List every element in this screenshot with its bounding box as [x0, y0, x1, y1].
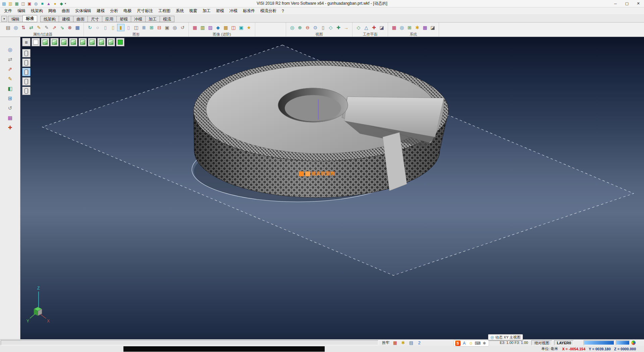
left-tool-icon[interactable]: ✎ — [6, 75, 14, 83]
menu-item[interactable]: 工程图 — [156, 8, 173, 14]
globe-icon[interactable] — [631, 341, 636, 345]
ribbon-tool-icon[interactable]: ◆ — [214, 24, 222, 31]
module-tab[interactable]: 塑模 — [116, 16, 131, 22]
ribbon-tool-icon[interactable]: ○ — [94, 24, 101, 31]
snap-lock-label[interactable]: 拴牢 — [380, 340, 391, 345]
status-tool-icon[interactable]: ▦ — [391, 340, 399, 345]
ribbon-tool-icon[interactable]: ✚ — [370, 24, 378, 31]
ribbon-tool-icon[interactable]: △ — [363, 24, 370, 31]
view-preset-button[interactable] — [22, 38, 31, 46]
module-tab[interactable]: 尺寸 — [88, 16, 102, 22]
ribbon-tool-icon[interactable]: ★ — [245, 24, 253, 31]
ime-toolbar-icon[interactable]: ✱ — [481, 341, 487, 346]
view-preset-button[interactable] — [116, 38, 124, 46]
status-tool-icon[interactable]: ▤ — [407, 340, 415, 345]
ribbon-tool-icon[interactable]: ◎ — [398, 24, 406, 31]
ribbon-tool-icon[interactable]: ▯ — [319, 24, 327, 31]
left-tool-icon[interactable]: ⊞ — [6, 94, 14, 102]
ribbon-tool-icon[interactable]: ◇ — [355, 24, 362, 31]
left-tool-icon[interactable]: ◎ — [6, 46, 14, 54]
ribbon-tool-icon[interactable]: ↺ — [179, 24, 186, 31]
status-tool-icon[interactable]: ✱ — [399, 340, 407, 345]
ribbon-tool-icon[interactable]: ▩ — [222, 24, 229, 31]
left-tool-icon[interactable]: ✚ — [6, 124, 14, 132]
ribbon-tool-icon[interactable]: ◫ — [230, 24, 237, 31]
ribbon-tool-icon[interactable]: ▣ — [237, 24, 245, 31]
maximize-button[interactable]: ▢ — [621, 0, 633, 7]
left-tool-icon[interactable]: ⇗ — [6, 65, 14, 73]
ribbon-tool-icon[interactable]: ⇘ — [58, 24, 66, 31]
view-preset-button[interactable] — [107, 38, 115, 46]
ribbon-tool-icon[interactable]: ▦ — [390, 24, 398, 31]
menu-item[interactable]: 文件 — [1, 8, 15, 14]
ribbon-tool-icon[interactable]: ↻ — [86, 24, 94, 31]
status-tool-icon[interactable]: 2 — [415, 340, 423, 345]
view-preset-button[interactable] — [88, 38, 96, 46]
ime-toolbar-icon[interactable]: S — [455, 341, 461, 346]
ime-toolbar-icon[interactable]: A — [461, 341, 467, 346]
menu-item[interactable]: 网格 — [46, 8, 59, 14]
ribbon-tool-icon[interactable]: ⇗ — [51, 24, 58, 31]
view-preset-button[interactable] — [41, 38, 49, 46]
ribbon-tool-icon[interactable]: ⊙ — [312, 24, 319, 31]
left-tool-icon[interactable]: ▦ — [6, 114, 14, 122]
menu-item[interactable]: 冲模 — [227, 8, 240, 14]
ribbon-tool-icon[interactable]: ⇅ — [20, 24, 27, 31]
ribbon-tool-icon[interactable]: ▨ — [207, 24, 214, 31]
left-tool-icon[interactable]: ◧ — [6, 85, 14, 93]
quick-access-icon[interactable]: ■ — [40, 1, 45, 6]
view-preset-button[interactable] — [69, 38, 77, 46]
menu-item[interactable]: 加工 — [200, 8, 213, 14]
menu-item[interactable]: 模流分析 — [258, 8, 279, 14]
ime-toolbar-icon[interactable]: ⌨ — [475, 341, 481, 346]
quick-access-icon[interactable]: ▥ — [8, 1, 13, 6]
solid-filter-button[interactable] — [22, 68, 31, 76]
ribbon-tool-icon[interactable]: ▯ — [125, 24, 132, 31]
ribbon-tool-icon[interactable]: ✚ — [335, 24, 342, 31]
ribbon-tool-icon[interactable]: ◎ — [12, 24, 19, 31]
quick-access-icon[interactable]: ● — [52, 1, 58, 6]
quick-access-icon[interactable]: ▦ — [14, 1, 19, 6]
quick-access-icon[interactable]: ▲ — [46, 1, 51, 6]
quick-access-icon[interactable]: ◆ — [59, 1, 64, 6]
solid-filter-button[interactable] — [22, 58, 31, 67]
menu-item[interactable]: 分析 — [107, 8, 121, 14]
ribbon-tool-icon[interactable]: ◪ — [378, 24, 385, 31]
viewport-3d[interactable]: Z Y X — [20, 37, 644, 339]
ribbon-tool-icon[interactable]: ⊗ — [66, 24, 73, 31]
menu-item[interactable]: 标准件 — [240, 8, 258, 14]
ribbon-tool-icon[interactable]: ✱ — [414, 24, 421, 31]
active-layer-box[interactable]: LAYER0 — [554, 340, 574, 345]
command-prompt-field[interactable] — [1, 340, 378, 345]
module-tab[interactable]: 线架构 — [40, 16, 59, 22]
menu-item[interactable]: 塑模 — [213, 8, 227, 14]
ribbon-tool-icon[interactable]: ▤ — [4, 24, 12, 31]
ime-toolbar-icon[interactable]: ☺ — [468, 341, 474, 346]
view-preset-button[interactable] — [60, 38, 68, 46]
mode-tab[interactable]: 标准 — [22, 15, 37, 22]
ribbon-tool-icon[interactable]: ⇄ — [28, 24, 35, 31]
ribbon-tool-icon[interactable]: ▥ — [199, 24, 206, 31]
ribbon-tool-icon[interactable]: ⊕ — [296, 24, 304, 31]
ribbon-tool-icon[interactable]: ▩ — [421, 24, 429, 31]
ribbon-tool-icon[interactable]: ⊞ — [406, 24, 413, 31]
module-tab[interactable]: 模流 — [160, 16, 174, 22]
menu-item[interactable]: 线架构 — [28, 8, 46, 14]
quick-access-icon[interactable]: ▣ — [27, 1, 32, 6]
menu-item[interactable]: 实体编辑 — [72, 8, 94, 14]
view-preset-button[interactable] — [97, 38, 106, 46]
ribbon-tool-icon[interactable]: ◫ — [132, 24, 140, 31]
ribbon-tool-icon[interactable]: ⊞ — [148, 24, 155, 31]
menu-item[interactable]: 建模 — [94, 8, 107, 14]
close-button[interactable]: ✕ — [633, 0, 644, 7]
ribbon-tool-icon[interactable]: ▦ — [74, 24, 81, 31]
view-preset-button[interactable] — [32, 38, 40, 46]
ribbon-tool-icon[interactable]: ▯ — [109, 24, 117, 31]
view-preset-button[interactable] — [78, 38, 87, 46]
menu-item[interactable]: 编辑 — [15, 8, 28, 14]
ribbon-tool-icon[interactable]: ⊟ — [156, 24, 163, 31]
mode-tab[interactable]: 编辑 — [8, 16, 23, 22]
solid-filter-button[interactable] — [22, 49, 31, 57]
ribbon-tool-icon[interactable]: ▦ — [191, 24, 199, 31]
left-tool-icon[interactable]: ↺ — [6, 104, 14, 112]
